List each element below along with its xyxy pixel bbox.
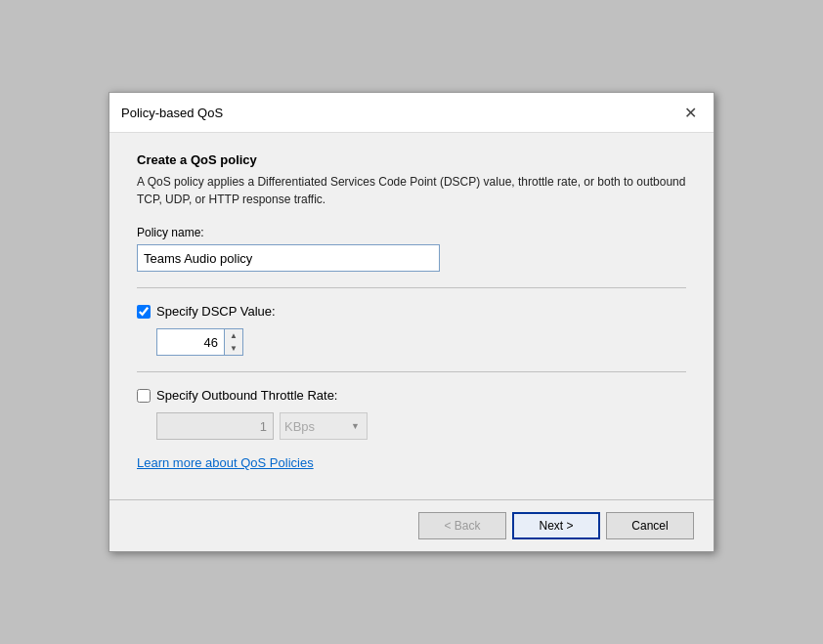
throttle-unit-wrapper: KBps MBps (280, 412, 368, 440)
throttle-label[interactable]: Specify Outbound Throttle Rate: (156, 388, 337, 403)
throttle-rate-row: KBps MBps (156, 412, 686, 440)
dscp-decrement-button[interactable]: ▼ (225, 342, 242, 355)
dscp-checkbox[interactable] (137, 305, 151, 319)
policy-dialog: Policy-based QoS ✕ Create a QoS policy A… (108, 92, 715, 552)
description-text: A QoS policy applies a Differentiated Se… (137, 173, 686, 208)
section-heading: Create a QoS policy (137, 152, 686, 167)
next-button[interactable]: Next > (512, 512, 600, 539)
dscp-spinner-buttons: ▲ ▼ (225, 328, 243, 356)
learn-more-link[interactable]: Learn more about QoS Policies (137, 455, 314, 470)
dscp-label[interactable]: Specify DSCP Value: (156, 304, 276, 319)
dscp-value-input[interactable] (156, 328, 225, 356)
throttle-unit-select: KBps MBps (280, 412, 368, 440)
close-button[interactable]: ✕ (678, 101, 702, 124)
policy-name-label: Policy name: (137, 226, 686, 239)
divider-2 (137, 371, 686, 372)
dialog-footer: < Back Next > Cancel (109, 499, 714, 551)
title-bar: Policy-based QoS ✕ (109, 93, 714, 133)
throttle-value-input (156, 412, 274, 440)
policy-name-input[interactable] (137, 244, 440, 272)
back-button[interactable]: < Back (418, 512, 506, 539)
dscp-increment-button[interactable]: ▲ (225, 329, 242, 342)
dscp-checkbox-row: Specify DSCP Value: (137, 304, 686, 319)
throttle-checkbox[interactable] (137, 389, 151, 403)
cancel-button[interactable]: Cancel (606, 512, 694, 539)
divider-1 (137, 287, 686, 288)
dialog-title: Policy-based QoS (121, 106, 223, 120)
dscp-spinner-group: ▲ ▼ (156, 328, 686, 356)
throttle-checkbox-row: Specify Outbound Throttle Rate: (137, 388, 686, 403)
dialog-content: Create a QoS policy A QoS policy applies… (109, 133, 714, 490)
